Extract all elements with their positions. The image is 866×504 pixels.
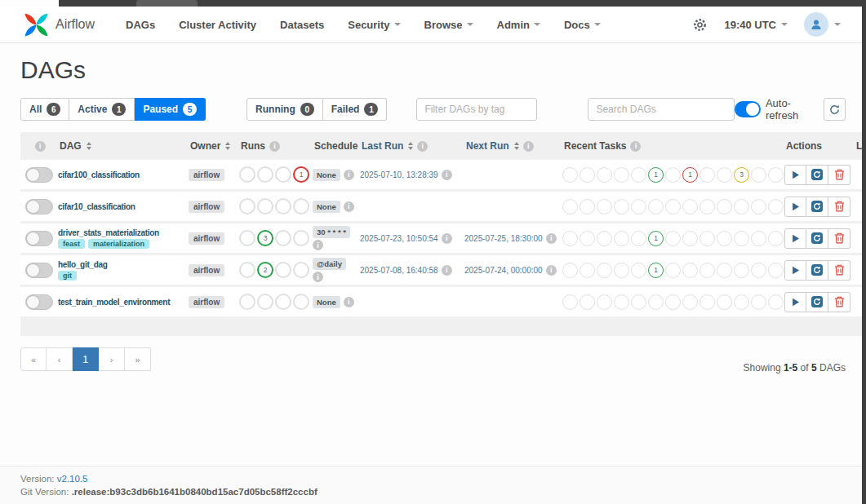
recent-task-circle[interactable] [768,263,784,278]
pagination-last[interactable]: » [125,347,151,371]
trigger-dag-button[interactable] [784,197,806,217]
recent-task-circle[interactable] [751,199,766,214]
recent-task-circle[interactable] [631,167,646,183]
dag-run-circle[interactable]: 1 [293,166,309,183]
dag-run-circle[interactable] [239,166,255,183]
tag-badge[interactable]: feast [58,239,85,249]
info-icon[interactable]: i [35,141,46,152]
recent-task-circle[interactable] [734,263,749,278]
recent-task-circle[interactable] [614,263,629,278]
recent-task-circle[interactable] [717,167,732,183]
recent-task-circle[interactable] [768,294,784,310]
dag-pause-toggle[interactable] [25,294,53,310]
recent-task-circle[interactable]: 1 [648,263,664,278]
recent-task-circle[interactable] [768,231,784,246]
run-date[interactable]: 2025-07-25, 18:30:00 [464,234,543,243]
recent-task-circle[interactable] [768,199,784,214]
recent-task-circle[interactable] [768,167,784,183]
dag-run-circle[interactable] [275,262,291,278]
recent-task-circle[interactable] [562,231,578,246]
recent-task-circle[interactable] [614,231,629,246]
recent-task-circle[interactable] [734,199,749,214]
recent-task-circle[interactable] [717,199,732,214]
dag-run-circle[interactable] [239,262,255,278]
recent-task-circle[interactable] [699,231,715,246]
recent-task-circle[interactable] [648,199,664,214]
recent-task-circle[interactable] [631,231,646,246]
info-icon[interactable]: i [344,201,354,212]
run-date[interactable]: 2025-07-08, 16:40:58 [360,266,438,275]
tag-filter-input[interactable] [416,98,537,121]
recent-task-circle[interactable] [597,167,612,183]
schedule-badge[interactable]: None [313,296,340,308]
search-input[interactable] [588,98,734,121]
delete-dag-button[interactable] [828,197,850,217]
recent-task-circle[interactable] [631,199,646,214]
reparse-dag-button[interactable] [806,260,828,281]
trigger-dag-button[interactable] [784,228,806,249]
recent-task-circle[interactable] [734,294,749,310]
recent-task-circle[interactable] [699,167,715,183]
airflow-logo[interactable]: Airflow [23,11,95,38]
reparse-dag-button[interactable] [806,165,828,185]
dag-run-circle[interactable] [257,198,273,214]
recent-task-circle[interactable] [562,294,578,310]
recent-task-circle[interactable]: 1 [648,231,664,246]
dag-run-circle[interactable] [239,294,255,310]
dag-name-link[interactable]: test_train_model_environment [58,298,170,307]
recent-task-circle[interactable]: 3 [734,167,749,183]
schedule-badge[interactable]: None [313,169,340,181]
recent-task-circle[interactable] [597,263,612,278]
dag-pause-toggle[interactable] [25,199,53,214]
recent-task-circle[interactable] [682,231,698,246]
recent-task-circle[interactable] [562,199,578,214]
recent-task-circle[interactable] [699,263,715,278]
recent-task-circle[interactable] [682,263,698,278]
dag-run-circle[interactable] [293,230,309,246]
reparse-dag-button[interactable] [806,197,828,217]
pagination-next[interactable]: › [99,347,125,371]
filter-running[interactable]: Running0 [246,98,323,121]
dag-run-circle[interactable] [275,230,291,246]
recent-task-circle[interactable] [665,231,681,246]
delete-dag-button[interactable] [828,260,850,281]
user-menu[interactable] [804,12,841,37]
info-icon[interactable]: i [546,265,557,276]
recent-task-circle[interactable] [751,294,766,310]
column-header-next-run[interactable]: Next Runi [464,140,562,152]
trigger-dag-button[interactable] [784,165,806,185]
nav-item-admin[interactable]: Admin [497,19,540,31]
filter-failed[interactable]: Failed1 [323,98,388,121]
dag-name-link[interactable]: hello_git_dag [58,260,108,269]
auto-refresh-toggle[interactable] [735,101,761,117]
delete-dag-button[interactable] [828,292,850,312]
dag-run-circle[interactable] [275,198,291,214]
nav-item-browse[interactable]: Browse [424,19,473,31]
recent-task-circle[interactable] [580,167,595,183]
tag-badge[interactable]: git [58,271,77,281]
filter-tab-paused[interactable]: Paused5 [135,98,206,121]
dag-run-circle[interactable] [239,230,255,246]
dag-pause-toggle[interactable] [25,167,53,183]
delete-dag-button[interactable] [828,165,850,185]
delete-dag-button[interactable] [828,228,850,249]
recent-task-circle[interactable] [665,263,681,278]
recent-task-circle[interactable] [665,199,681,214]
recent-task-circle[interactable] [580,199,595,214]
info-icon[interactable]: i [442,265,452,276]
filter-tab-all[interactable]: All6 [20,98,69,121]
recent-task-circle[interactable] [665,167,681,183]
nav-item-cluster-activity[interactable]: Cluster Activity [179,19,256,31]
recent-task-circle[interactable] [699,199,715,214]
recent-task-circle[interactable] [631,294,646,310]
dag-pause-toggle[interactable] [25,263,53,278]
info-icon[interactable]: i [344,297,354,307]
schedule-badge[interactable]: @daily [313,258,346,270]
info-icon[interactable]: i [523,141,534,152]
dag-name-link[interactable]: cifar10_classification [58,202,135,211]
dag-run-circle[interactable]: 2 [257,262,273,278]
info-icon[interactable]: i [442,233,452,244]
dag-run-circle[interactable] [257,294,273,310]
nav-item-security[interactable]: Security [348,19,400,31]
info-icon[interactable]: i [313,272,323,282]
